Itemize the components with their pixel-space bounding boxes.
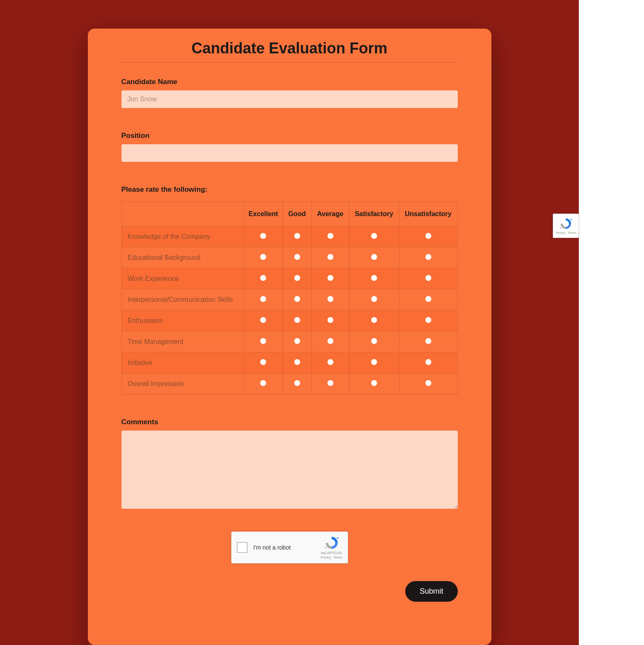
rating-radio[interactable] xyxy=(371,254,377,260)
svg-marker-1 xyxy=(325,547,327,548)
rating-radio[interactable] xyxy=(327,338,333,344)
rating-cell xyxy=(399,310,457,331)
submit-button[interactable]: Submit xyxy=(405,581,457,602)
rating-row: Interpersonal/Communication Skills xyxy=(121,289,457,310)
rating-header-excellent: Excellent xyxy=(244,202,282,226)
rating-header-satisfactory: Satisfactory xyxy=(349,202,399,226)
comments-label: Comments xyxy=(121,418,458,426)
rating-cell xyxy=(311,310,349,331)
rating-radio[interactable] xyxy=(294,380,300,386)
rating-radio[interactable] xyxy=(260,380,266,386)
rating-cell xyxy=(349,352,399,373)
rating-radio[interactable] xyxy=(260,338,266,344)
rating-row: Educational Background xyxy=(121,247,457,268)
recaptcha-icon xyxy=(560,217,572,230)
rating-cell xyxy=(399,268,457,289)
rating-cell xyxy=(244,268,282,289)
rating-radio[interactable] xyxy=(327,254,333,260)
rating-cell xyxy=(311,352,349,373)
submit-row: Submit xyxy=(121,581,458,602)
position-label: Position xyxy=(121,132,458,140)
rating-radio[interactable] xyxy=(425,317,431,323)
rating-cell xyxy=(399,289,457,310)
rating-cell xyxy=(349,310,399,331)
page-background: Candidate Evaluation Form Candidate Name… xyxy=(0,0,579,645)
rating-cell xyxy=(399,331,457,352)
rating-radio[interactable] xyxy=(260,254,266,260)
rating-radio[interactable] xyxy=(294,275,300,281)
rating-cell xyxy=(399,247,457,268)
rating-cell xyxy=(244,289,282,310)
rating-radio[interactable] xyxy=(371,317,377,323)
rating-cell xyxy=(311,289,349,310)
rating-row: Initiative xyxy=(121,352,457,373)
rating-radio[interactable] xyxy=(425,254,431,260)
rating-cell xyxy=(349,373,399,394)
rating-radio[interactable] xyxy=(371,338,377,344)
rating-radio[interactable] xyxy=(371,380,377,386)
position-group: Position xyxy=(121,132,458,162)
rating-radio[interactable] xyxy=(327,380,333,386)
rating-row: Knowledge of the Company xyxy=(121,226,457,247)
rating-radio[interactable] xyxy=(371,233,377,239)
recaptcha-checkbox[interactable] xyxy=(237,542,248,553)
rating-row-label: Knowledge of the Company xyxy=(121,226,244,247)
svg-marker-3 xyxy=(560,227,562,228)
rating-radio[interactable] xyxy=(294,317,300,323)
rating-radio[interactable] xyxy=(425,338,431,344)
rating-cell xyxy=(399,352,457,373)
rating-cell xyxy=(244,310,282,331)
rating-cell xyxy=(244,352,282,373)
rating-cell xyxy=(282,352,311,373)
rating-cell xyxy=(244,373,282,394)
rating-radio[interactable] xyxy=(425,359,431,365)
rating-radio[interactable] xyxy=(327,296,333,302)
rating-radio[interactable] xyxy=(425,380,431,386)
rating-radio[interactable] xyxy=(371,359,377,365)
captcha-container: I'm not a robot reCAPTCHA Privacy - Term… xyxy=(121,531,458,563)
position-input[interactable] xyxy=(121,144,458,162)
rating-radio[interactable] xyxy=(294,296,300,302)
rating-radio[interactable] xyxy=(327,359,333,365)
recaptcha-links: Privacy - Terms xyxy=(321,555,343,559)
rating-row-label: Initiative xyxy=(121,352,244,373)
rating-radio[interactable] xyxy=(260,275,266,281)
rating-radio[interactable] xyxy=(294,359,300,365)
rating-radio[interactable] xyxy=(327,233,333,239)
rating-header-good: Good xyxy=(282,202,311,226)
rating-radio[interactable] xyxy=(294,233,300,239)
rating-cell xyxy=(244,226,282,247)
comments-group: Comments xyxy=(121,418,458,531)
rating-row-label: Educational Background xyxy=(121,247,244,268)
candidate-name-input[interactable] xyxy=(121,90,458,108)
rating-radio[interactable] xyxy=(425,296,431,302)
rating-radio[interactable] xyxy=(371,296,377,302)
rating-cell xyxy=(282,226,311,247)
rating-header-row: Excellent Good Average Satisfactory Unsa… xyxy=(121,202,457,226)
rating-radio[interactable] xyxy=(425,275,431,281)
floating-recaptcha-badge[interactable]: Privacy - Terms xyxy=(553,214,579,238)
candidate-name-label: Candidate Name xyxy=(121,78,458,86)
comments-textarea[interactable] xyxy=(121,431,458,509)
rating-radio[interactable] xyxy=(294,338,300,344)
rating-cell xyxy=(311,331,349,352)
rating-radio[interactable] xyxy=(294,254,300,260)
rating-cell xyxy=(349,331,399,352)
rating-cell xyxy=(244,247,282,268)
rating-radio[interactable] xyxy=(371,275,377,281)
rating-radio[interactable] xyxy=(327,275,333,281)
rating-row: Enthusiasm xyxy=(121,310,457,331)
rating-radio[interactable] xyxy=(260,233,266,239)
rating-radio[interactable] xyxy=(327,317,333,323)
rating-row: Time Management xyxy=(121,331,457,352)
rating-radio[interactable] xyxy=(260,296,266,302)
rating-header-unsatisfactory: Unsatisfactory xyxy=(399,202,457,226)
candidate-name-group: Candidate Name xyxy=(121,78,458,108)
rating-radio[interactable] xyxy=(260,317,266,323)
form-title: Candidate Evaluation Form xyxy=(121,40,458,63)
rating-cell xyxy=(349,247,399,268)
recaptcha-icon xyxy=(325,536,339,550)
rating-cell xyxy=(282,247,311,268)
rating-radio[interactable] xyxy=(260,359,266,365)
rating-radio[interactable] xyxy=(425,233,431,239)
